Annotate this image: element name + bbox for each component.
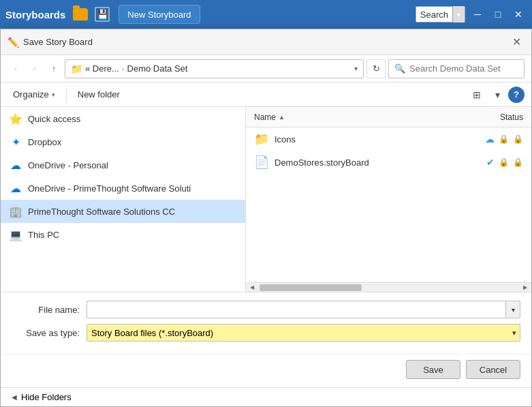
sidebar-item-dropbox[interactable]: ✦ Dropbox [1,130,245,153]
minimize-button[interactable]: ─ [469,6,486,22]
refresh-button[interactable]: ↻ [366,59,386,78]
title-bar-icons: 💾 [71,5,112,24]
toolbar-separator [66,88,67,102]
filename-input[interactable] [87,301,505,318]
sort-icon: ▲ [279,114,285,121]
breadcrumb-separator: › [122,65,125,73]
breadcrumb[interactable]: 📁 « Dere... › Demo Data Set ▾ [65,59,364,78]
organize-chevron-icon: ▾ [52,91,55,98]
file-status: ☁ 🔒 🔒 [469,134,523,145]
sidebar-item-quick-access[interactable]: ⭐ Quick access [1,107,245,130]
icons-folder-icon: 📁 [254,132,269,147]
primethought-icon: 🏢 [9,205,22,218]
cancel-button[interactable]: Cancel [466,360,520,379]
search-input[interactable] [409,63,524,74]
help-button[interactable]: ? [508,87,525,103]
cloud-icon: ☁ [485,134,495,145]
view-dropdown-button[interactable]: ▾ [488,85,507,104]
savetype-label: Save as type: [12,328,80,338]
scroll-right-arrow[interactable]: ▶ [520,284,530,291]
name-column-label: Name [254,112,276,122]
filename-dropdown-btn[interactable]: ▾ [505,301,520,318]
nav-bar: ‹ › ↑ 📁 « Dere... › Demo Data Set ▾ ↻ 🔍 [1,55,531,82]
search-field-icon: 🔍 [394,63,405,74]
sidebar-item-label: OneDrive - PrimeThought Software Soluti [28,183,237,194]
savetype-select[interactable]: Story Board files (*.storyBoard) [87,324,520,342]
sidebar-item-onedrive-personal[interactable]: ☁ OneDrive - Personal [1,153,245,177]
filename-row: File name: ▾ [12,301,520,318]
dialog-title-text: Save Story Board [23,37,508,47]
dialog-close-button[interactable]: ✕ [508,34,525,50]
status-column-label: Status [500,112,523,122]
hide-folders-chevron-icon: ◀ [12,393,17,401]
file-name: DemoStores.storyBoard [275,157,463,168]
sidebar-item-onedrive-business[interactable]: ☁ OneDrive - PrimeThought Software Solut… [1,177,245,200]
savetype-row: Save as type: Story Board files (*.story… [12,324,520,342]
search-dropdown-btn[interactable]: ▾ [452,6,465,22]
savetype-select-wrapper: Story Board files (*.storyBoard) [87,324,520,342]
sidebar-item-label: PrimeThought Software Solutions CC [28,207,237,217]
dialog-title-bar: ✏️ Save Story Board ✕ [1,29,531,55]
sidebar-item-label: Quick access [28,114,237,124]
breadcrumb-prefix: « Dere... [85,63,119,74]
sidebar-item-label: OneDrive - Personal [28,160,237,170]
view-icons: ⊞ ▾ ? [467,85,525,104]
folder-icon [73,8,88,20]
save-icon-btn[interactable]: 💾 [93,5,112,24]
breadcrumb-dropdown-btn[interactable]: ▾ [354,65,358,72]
name-column-header[interactable]: Name ▲ [254,112,469,122]
filename-label: File name: [12,305,80,315]
app-title: Storyboards [5,9,65,20]
file-doc-icon: 📄 [254,155,269,170]
title-bar-right: Search ▾ ─ □ ✕ [416,6,527,22]
save-button[interactable]: Save [406,360,460,379]
filename-input-wrapper: ▾ [87,301,520,318]
file-panel: Name ▲ Status 📁 Icons ☁ 🔒 🔒 [246,107,531,292]
onedrive-business-icon: ☁ [9,182,22,195]
lock2-icon: 🔒 [513,157,523,167]
lock2-icon: 🔒 [513,134,523,144]
lock1-icon: 🔒 [499,157,509,167]
main-content: ⭐ Quick access ✦ Dropbox ☁ OneDrive - Pe… [1,107,531,292]
sidebar: ⭐ Quick access ✦ Dropbox ☁ OneDrive - Pe… [1,107,246,292]
checkmark-icon: ✔ [486,157,495,168]
forward-button[interactable]: › [27,61,43,77]
sidebar-item-label: This PC [28,230,237,240]
save-form: File name: ▾ Save as type: Story Board f… [1,292,531,354]
new-folder-label: New folder [78,89,120,100]
title-bar: Storyboards 💾 New Storyboard Search ▾ ─ … [0,0,532,29]
hide-folders-bar[interactable]: ◀ Hide Folders [1,387,531,406]
file-item-demostores[interactable]: 📄 DemoStores.storyBoard ✔ 🔒 🔒 [246,151,531,174]
scroll-left-arrow[interactable]: ◀ [247,284,257,291]
dialog-title-icon: ✏️ [7,37,19,48]
pc-icon: 💻 [9,228,22,241]
file-item-icons[interactable]: 📁 Icons ☁ 🔒 🔒 [246,127,531,151]
sidebar-item-primethought[interactable]: 🏢 PrimeThought Software Solutions CC [1,200,245,223]
lock1-icon: 🔒 [499,134,509,144]
folder-icon-btn[interactable] [71,5,90,24]
file-name: Icons [275,134,463,145]
up-button[interactable]: ↑ [46,61,62,77]
close-button[interactable]: ✕ [510,6,527,22]
view-grid-button[interactable]: ⊞ [467,85,486,104]
back-button[interactable]: ‹ [7,61,24,77]
organize-button[interactable]: Organize ▾ [7,87,61,102]
quick-access-icon: ⭐ [9,112,22,125]
search-box[interactable]: Search ▾ [416,6,465,22]
horizontal-scrollbar[interactable]: ◀ ▶ [246,282,531,292]
onedrive-personal-icon: ☁ [9,159,22,172]
status-column-header: Status [469,112,523,122]
toolbar: Organize ▾ New folder ⊞ ▾ ? [1,82,531,107]
hide-folders-label: Hide Folders [21,392,72,402]
dialog-buttons: Save Cancel [1,354,531,387]
search-field[interactable]: 🔍 [388,59,525,78]
scroll-thumb[interactable] [260,284,362,291]
save-dialog: ✏️ Save Story Board ✕ ‹ › ↑ 📁 « Dere... … [0,29,532,407]
maximize-button[interactable]: □ [490,6,506,22]
new-folder-button[interactable]: New folder [72,87,125,102]
new-storyboard-button[interactable]: New Storyboard [119,5,200,24]
sidebar-item-this-pc[interactable]: 💻 This PC [1,223,245,246]
breadcrumb-folder-icon: 📁 [71,63,82,74]
search-label: Search [416,10,452,20]
file-list-header: Name ▲ Status [246,107,531,127]
